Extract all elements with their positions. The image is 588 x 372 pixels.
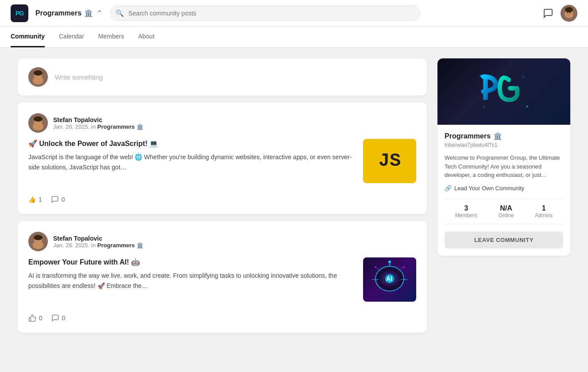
post-author-avatar [28,113,48,133]
post-community-link[interactable]: Programmers [97,123,135,130]
svg-point-35 [484,106,485,107]
main-layout: Write somehting Stefan Topalovic Jan. 26… [11,48,577,343]
stat-online: N/A Online [499,204,514,219]
avatar-face-svg [561,5,577,22]
messages-button[interactable] [543,8,553,19]
online-label: Online [499,212,514,219]
svg-point-17 [33,241,43,249]
tab-about[interactable]: About [138,27,155,47]
expand-button[interactable]: ⌃ [96,8,103,18]
message-icon [543,8,553,19]
svg-point-5 [570,12,571,13]
svg-rect-30 [484,77,488,100]
post2-date: Jan. 26. 2025. [53,242,89,249]
post2-title: Empower Your Future with AI! 🤖 [28,257,354,267]
community-description: Welcome to Programmer Group, the Ultimat… [445,153,563,180]
like-icon: 👍 [28,196,36,203]
header: PG Programmers 🏛️ ⌃ 🔍 [0,0,588,27]
sidebar-column: Programmers 🏛️ tribe/wiao7pbwtu4f7c1 Wel… [437,58,570,333]
user-avatar-header[interactable] [561,5,577,22]
lead-community-link[interactable]: 🔗 Lead Your Own Community [445,185,563,192]
tab-community[interactable]: Community [11,27,45,47]
community-name-header: Programmers [35,9,81,17]
post-thumbnail-js: JS [363,139,416,183]
svg-line-22 [375,267,381,271]
comment-count: 0 [62,196,65,203]
post-text: JavaScript is the language of the web! 🌐… [28,152,354,172]
post-meta: Stefan Topalovic Jan. 26. 2025. in Progr… [53,116,143,130]
community-card: Programmers 🏛️ tribe/wiao7pbwtu4f7c1 Wel… [437,58,570,256]
tab-calendar[interactable]: Calendar [59,27,84,47]
like-button[interactable]: 👍 1 [28,196,42,203]
community-banner [437,58,570,125]
post2-community-link[interactable]: Programmers [97,242,135,249]
post2-author-avatar [28,232,48,251]
svg-point-27 [375,266,376,268]
ai-thumbnail-svg: AI [363,257,416,302]
svg-point-33 [526,106,528,108]
members-label: Members [455,212,477,219]
svg-line-37 [521,77,524,78]
community-slug: tribe/wiao7pbwtu4f7c1 [445,142,563,148]
like-button-2[interactable]: 0 [28,314,43,322]
header-right-actions [543,5,577,22]
svg-point-4 [567,12,569,13]
svg-point-16 [34,235,43,240]
post2-author-name: Stefan Topalovic [53,235,143,242]
post2-community-emoji: 🏛️ [136,242,143,249]
tab-members[interactable]: Members [98,27,124,47]
nav-tabs-bar: Community Calendar Members About [0,27,588,48]
link-icon: 🔗 [445,185,452,192]
site-logo[interactable]: PG [11,4,28,22]
post2-meta-sub: Jan. 26. 2025. in Programmers 🏛️ [53,242,143,249]
comment-button[interactable]: 0 [51,196,65,203]
svg-point-26 [388,261,391,263]
post-date: Jan. 26. 2025. [53,123,89,130]
search-bar: 🔍 [110,6,420,21]
post2-meta: Stefan Topalovic Jan. 26. 2025. in Progr… [53,235,143,249]
comment-count-2: 0 [62,314,66,322]
logo-text: PG [15,10,23,17]
post-card-2: Stefan Topalovic Jan. 26. 2025. in Progr… [18,221,427,333]
members-value: 3 [455,204,477,212]
post-actions: 👍 1 0 [28,190,416,203]
comment-icon-2 [51,314,59,322]
feed-column: Write somehting Stefan Topalovic Jan. 26… [18,58,427,333]
write-avatar [28,67,48,87]
online-value: N/A [499,204,514,212]
write-post-box: Write somehting [18,58,427,96]
stat-members: 3 Members [455,204,477,219]
write-post-placeholder[interactable]: Write somehting [55,73,416,81]
community-title-area: Programmers 🏛️ ⌃ [35,8,103,18]
post2-body: Empower Your Future with AI! 🤖 AI is tra… [28,257,416,302]
community-info: Programmers 🏛️ tribe/wiao7pbwtu4f7c1 Wel… [437,125,570,256]
community-banner-logo [477,69,530,114]
svg-text:AI: AI [386,275,392,282]
search-icon: 🔍 [116,9,124,17]
post-community-emoji: 🏛️ [136,123,143,130]
post-content: 🚀 Unlock the Power of JavaScript! 💻 Java… [28,139,354,172]
post-body: 🚀 Unlock the Power of JavaScript! 💻 Java… [28,139,416,183]
post-meta-sub: Jan. 26. 2025. in Programmers 🏛️ [53,123,143,130]
sidebar-community-name: Programmers 🏛️ [445,132,563,140]
post2-header: Stefan Topalovic Jan. 26. 2025. in Progr… [28,232,416,251]
search-input[interactable] [110,6,420,21]
post2-content: Empower Your Future with AI! 🤖 AI is tra… [28,257,354,291]
post2-avatar-face [28,232,48,251]
write-avatar-face [28,67,48,87]
comment-icon [51,196,59,203]
stat-admins: 1 Admins [535,204,553,219]
svg-point-28 [403,266,405,268]
post-header: Stefan Topalovic Jan. 26. 2025. in Progr… [28,113,416,133]
community-stats: 3 Members N/A Online 1 Admins [445,199,563,224]
admins-label: Admins [535,212,553,219]
post-avatar-face [28,113,48,133]
post-title: 🚀 Unlock the Power of JavaScript! 💻 [28,139,354,149]
svg-point-8 [34,70,43,76]
svg-point-3 [565,7,573,12]
post2-text: AI is transforming the way we live, work… [28,271,354,291]
leave-community-button[interactable]: LEAVE COMMUNITY [445,231,563,249]
post-author-name: Stefan Topalovic [53,116,143,123]
comment-button-2[interactable]: 0 [51,314,66,322]
admins-value: 1 [535,204,553,212]
